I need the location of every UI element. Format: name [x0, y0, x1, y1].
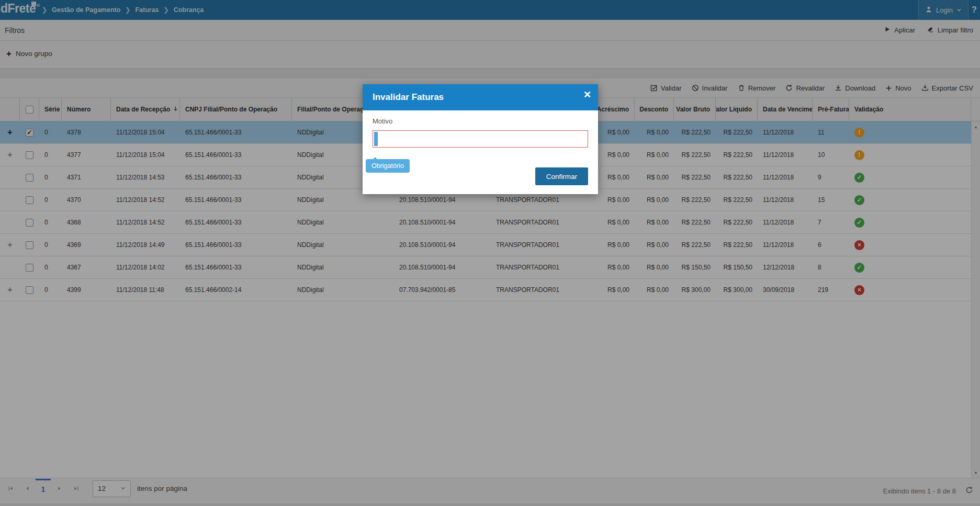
- modal-backdrop: [0, 0, 980, 506]
- validation-tooltip: Obrigatório: [366, 159, 410, 173]
- invalidate-invoices-modal: Invalidar Faturas ✕ Motivo Obrigatório C…: [363, 84, 598, 194]
- modal-body: Motivo Obrigatório Confirmar: [363, 110, 598, 194]
- modal-title: Invalidar Faturas: [373, 92, 444, 103]
- motivo-label: Motivo: [373, 117, 588, 125]
- confirm-button[interactable]: Confirmar: [535, 167, 588, 185]
- text-caret: [374, 132, 378, 146]
- motivo-input[interactable]: [373, 130, 588, 148]
- close-icon[interactable]: ✕: [583, 90, 591, 99]
- modal-header: Invalidar Faturas ✕: [363, 84, 598, 110]
